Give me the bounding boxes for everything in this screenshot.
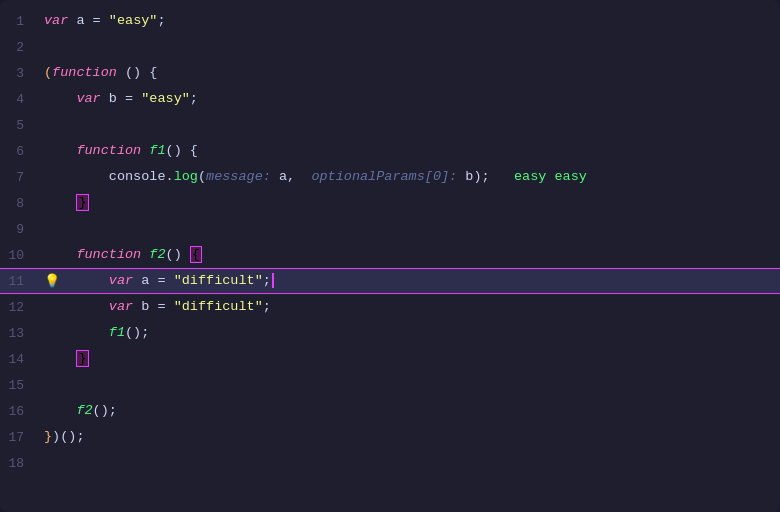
line-num-17: 17 <box>0 430 40 445</box>
line-num-2: 2 <box>0 40 40 55</box>
line-num-11: 11 <box>0 274 40 289</box>
line-num-7: 7 <box>0 170 40 185</box>
line-content-4: var b = "easy"; <box>40 86 780 112</box>
line-content-17: })(); <box>40 424 780 450</box>
line-num-15: 15 <box>0 378 40 393</box>
line-num-9: 9 <box>0 222 40 237</box>
line-8: 8 } <box>0 190 780 216</box>
line-content-11: var a = "difficult"; <box>40 268 780 294</box>
line-12: 12 var b = "difficult"; <box>0 294 780 320</box>
line-content-12: var b = "difficult"; <box>40 294 780 320</box>
line-10: 10 function f2() { <box>0 242 780 268</box>
line-6: 6 function f1() { <box>0 138 780 164</box>
line-num-5: 5 <box>0 118 40 133</box>
line-content-13: f1(); <box>40 320 780 346</box>
line-2: 2 <box>0 34 780 60</box>
lightbulb-icon: 💡 <box>44 273 60 289</box>
line-num-4: 4 <box>0 92 40 107</box>
line-num-14: 14 <box>0 352 40 367</box>
line-18: 18 <box>0 450 780 476</box>
line-content-7: console.log(message: a, optionalParams[0… <box>40 164 780 190</box>
line-3: 3 (function () { <box>0 60 780 86</box>
line-7: 7 console.log(message: a, optionalParams… <box>0 164 780 190</box>
line-content-8: } <box>40 190 780 216</box>
code-editor[interactable]: 1 var a = "easy"; 2 3 (function () { 4 v… <box>0 0 780 512</box>
line-11: 11 💡 var a = "difficult"; <box>0 268 780 294</box>
line-5: 5 <box>0 112 780 138</box>
line-num-8: 8 <box>0 196 40 211</box>
line-content-10: function f2() { <box>40 242 780 268</box>
line-13: 13 f1(); <box>0 320 780 346</box>
line-num-3: 3 <box>0 66 40 81</box>
line-4: 4 var b = "easy"; <box>0 86 780 112</box>
line-9: 9 <box>0 216 780 242</box>
line-num-13: 13 <box>0 326 40 341</box>
line-content-1: var a = "easy"; <box>40 8 780 34</box>
line-num-10: 10 <box>0 248 40 263</box>
line-content-16: f2(); <box>40 398 780 424</box>
line-16: 16 f2(); <box>0 398 780 424</box>
line-content-6: function f1() { <box>40 138 780 164</box>
line-num-16: 16 <box>0 404 40 419</box>
line-1: 1 var a = "easy"; <box>0 8 780 34</box>
line-num-1: 1 <box>0 14 40 29</box>
line-14: 14 } <box>0 346 780 372</box>
line-num-12: 12 <box>0 300 40 315</box>
line-content-14: } <box>40 346 780 372</box>
line-content-3: (function () { <box>40 60 780 86</box>
line-num-6: 6 <box>0 144 40 159</box>
line-17: 17 })(); <box>0 424 780 450</box>
line-15: 15 <box>0 372 780 398</box>
line-num-18: 18 <box>0 456 40 471</box>
